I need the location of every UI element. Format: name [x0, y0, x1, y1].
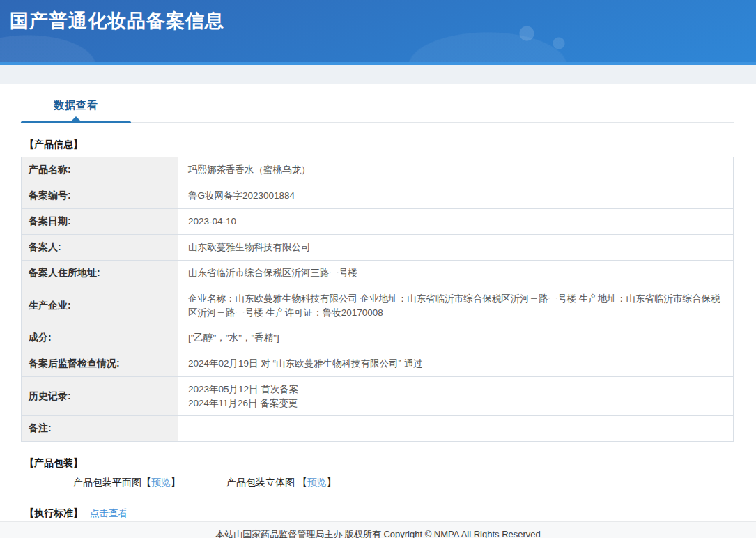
table-row: 备案人住所地址: 山东省临沂市综合保税区沂河三路一号楼: [22, 261, 734, 286]
row-label-remarks: 备注:: [22, 416, 178, 442]
tab-data-view[interactable]: 数据查看: [21, 99, 131, 122]
table-row: 备案编号: 鲁G妆网备字2023001884: [22, 183, 734, 209]
row-label-supervision-check: 备案后监督检查情况:: [22, 351, 178, 377]
footer-copyright-text: 本站由国家药品监督管理局主办 版权所有 Copyright © NMPA All…: [215, 529, 541, 538]
table-row: 备案后监督检查情况: 2024年02月19日 对 “山东欧蔓雅生物科技有限公司”…: [22, 351, 734, 377]
page-header: 国产普通化妆品备案信息: [0, 0, 756, 62]
tab-active-underline: [21, 121, 131, 123]
tab-bar: 数据查看: [21, 99, 734, 123]
bracket-open: 【: [298, 477, 307, 488]
packaging-stereo-preview-link[interactable]: 预览: [307, 477, 327, 488]
section-title-standard: 【执行标准】: [24, 507, 83, 518]
row-value-supervision-check: 2024年02月19日 对 “山东欧蔓雅生物科技有限公司” 通过: [178, 351, 734, 377]
row-value-remarks: [178, 416, 734, 442]
row-value-registrant-address: 山东省临沂市综合保税区沂河三路一号楼: [178, 261, 734, 286]
table-row: 备案日期: 2023-04-10: [22, 209, 734, 235]
row-label-product-name: 产品名称:: [22, 157, 178, 183]
product-info-table: 产品名称: 玛熙娜茶香香水（蜜桃乌龙） 备案编号: 鲁G妆网备字20230018…: [21, 157, 734, 442]
table-row: 生产企业: 企业名称：山东欧蔓雅生物科技有限公司 企业地址：山东省临沂市综合保税…: [22, 286, 734, 325]
packaging-stereo-label: 产品包装立体图: [226, 477, 295, 488]
bracket-open: 【: [141, 477, 151, 488]
tab-active-triangle-icon: [71, 116, 81, 121]
row-label-registration-number: 备案编号:: [22, 183, 178, 209]
row-value-ingredients: ["乙醇"，"水"，"香精"]: [178, 325, 734, 351]
tab-data-view-label: 数据查看: [54, 99, 98, 111]
header-spacer-band: [0, 65, 756, 84]
packaging-flat-group: 产品包装平面图【预览】: [73, 477, 180, 489]
table-row: 备注:: [22, 416, 734, 442]
packaging-links-row: 产品包装平面图【预览】 产品包装立体图 【预览】: [21, 477, 734, 489]
row-label-registrant: 备案人:: [22, 235, 178, 261]
row-value-registration-date: 2023-04-10: [178, 209, 734, 235]
table-row: 产品名称: 玛熙娜茶香香水（蜜桃乌龙）: [22, 157, 734, 183]
row-label-registration-date: 备案日期:: [22, 209, 178, 235]
main-content: 数据查看 【产品信息】 产品名称: 玛熙娜茶香香水（蜜桃乌龙） 备案编号: 鲁G…: [21, 84, 734, 538]
section-title-product-info: 【产品信息】: [21, 139, 734, 151]
packaging-flat-preview-link[interactable]: 预览: [151, 477, 171, 488]
section-title-packaging: 【产品包装】: [21, 457, 734, 470]
row-label-ingredients: 成分:: [22, 325, 178, 351]
standard-row: 【执行标准】点击查看: [21, 507, 734, 520]
bracket-close: 】: [327, 477, 337, 488]
row-value-history: 2023年05月12日 首次备案 2024年11月26日 备案变更: [178, 377, 734, 416]
standard-view-link[interactable]: 点击查看: [90, 508, 128, 518]
row-value-registrant: 山东欧蔓雅生物科技有限公司: [178, 235, 734, 261]
table-row: 备案人: 山东欧蔓雅生物科技有限公司: [22, 235, 734, 261]
row-value-product-name: 玛熙娜茶香香水（蜜桃乌龙）: [178, 157, 734, 183]
table-row: 历史记录: 2023年05月12日 首次备案 2024年11月26日 备案变更: [22, 377, 734, 416]
row-label-history: 历史记录:: [22, 377, 178, 416]
page-footer: 本站由国家药品监督管理局主办 版权所有 Copyright © NMPA All…: [0, 521, 756, 538]
row-label-registrant-address: 备案人住所地址:: [22, 261, 178, 286]
bracket-close: 】: [171, 477, 180, 488]
page-title: 国产普通化妆品备案信息: [10, 8, 756, 33]
row-label-manufacturer: 生产企业:: [22, 286, 178, 325]
packaging-flat-label: 产品包装平面图: [73, 477, 141, 488]
packaging-stereo-group: 产品包装立体图 【预览】: [226, 477, 337, 489]
row-value-manufacturer: 企业名称：山东欧蔓雅生物科技有限公司 企业地址：山东省临沂市综合保税区沂河三路一…: [178, 286, 734, 325]
row-value-registration-number: 鲁G妆网备字2023001884: [178, 183, 734, 209]
table-row: 成分: ["乙醇"，"水"，"香精"]: [22, 325, 734, 351]
